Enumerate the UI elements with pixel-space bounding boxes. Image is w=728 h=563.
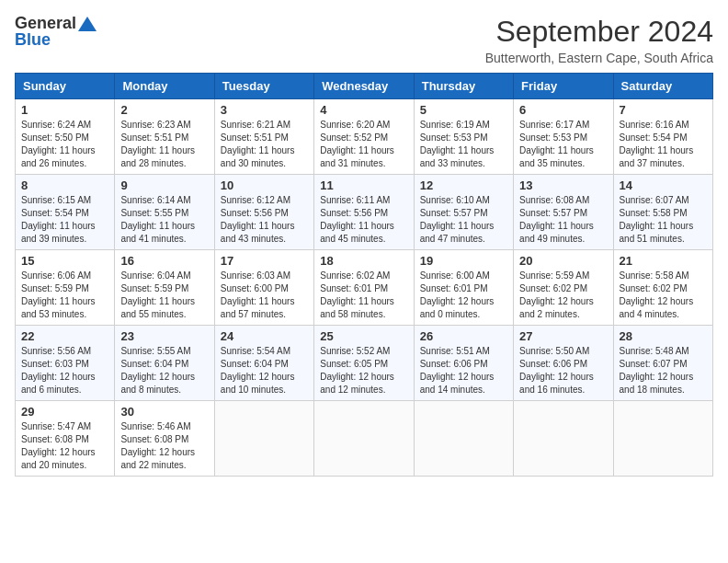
calendar-header-row: SundayMondayTuesdayWednesdayThursdayFrid… bbox=[16, 74, 713, 99]
calendar-cell bbox=[613, 401, 712, 477]
day-number: 15 bbox=[21, 254, 108, 268]
day-info: Sunrise: 6:02 AMSunset: 6:01 PMDaylight:… bbox=[320, 270, 407, 321]
calendar-cell bbox=[314, 401, 414, 477]
day-number: 13 bbox=[519, 178, 607, 192]
calendar-week-5: 29Sunrise: 5:47 AMSunset: 6:08 PMDayligh… bbox=[16, 401, 713, 477]
header-thursday: Thursday bbox=[414, 74, 513, 99]
calendar-cell: 15Sunrise: 6:06 AMSunset: 5:59 PMDayligh… bbox=[16, 250, 115, 326]
calendar-cell: 24Sunrise: 5:54 AMSunset: 6:04 PMDayligh… bbox=[214, 326, 313, 401]
calendar-cell bbox=[514, 401, 613, 477]
calendar-cell bbox=[214, 401, 313, 477]
day-info: Sunrise: 6:06 AMSunset: 5:59 PMDaylight:… bbox=[21, 270, 108, 321]
day-info: Sunrise: 6:11 AMSunset: 5:56 PMDaylight:… bbox=[320, 194, 407, 246]
page-header: General Blue September 2024 Butterworth,… bbox=[15, 15, 713, 65]
day-number: 30 bbox=[120, 405, 208, 419]
svg-marker-0 bbox=[78, 17, 97, 31]
day-info: Sunrise: 6:17 AMSunset: 5:53 PMDaylight:… bbox=[519, 119, 607, 170]
calendar-cell: 4Sunrise: 6:20 AMSunset: 5:52 PMDaylight… bbox=[314, 99, 414, 175]
calendar-week-4: 22Sunrise: 5:56 AMSunset: 6:03 PMDayligh… bbox=[16, 326, 713, 401]
day-info: Sunrise: 6:21 AMSunset: 5:51 PMDaylight:… bbox=[221, 119, 308, 170]
day-number: 19 bbox=[420, 254, 507, 268]
day-info: Sunrise: 5:58 AMSunset: 6:02 PMDaylight:… bbox=[620, 270, 707, 321]
day-number: 17 bbox=[221, 254, 308, 268]
day-info: Sunrise: 5:48 AMSunset: 6:07 PMDaylight:… bbox=[620, 345, 707, 396]
calendar-cell: 2Sunrise: 6:23 AMSunset: 5:51 PMDaylight… bbox=[115, 99, 214, 175]
calendar-cell: 28Sunrise: 5:48 AMSunset: 6:07 PMDayligh… bbox=[613, 326, 712, 401]
header-sunday: Sunday bbox=[16, 74, 115, 99]
header-wednesday: Wednesday bbox=[314, 74, 414, 99]
day-info: Sunrise: 6:16 AMSunset: 5:54 PMDaylight:… bbox=[620, 119, 707, 170]
day-info: Sunrise: 6:03 AMSunset: 6:00 PMDaylight:… bbox=[221, 270, 308, 321]
calendar-cell: 1Sunrise: 6:24 AMSunset: 5:50 PMDaylight… bbox=[16, 99, 115, 175]
day-info: Sunrise: 6:14 AMSunset: 5:55 PMDaylight:… bbox=[120, 194, 208, 246]
day-number: 28 bbox=[620, 329, 707, 343]
day-info: Sunrise: 5:59 AMSunset: 6:02 PMDaylight:… bbox=[519, 270, 607, 321]
day-info: Sunrise: 5:50 AMSunset: 6:06 PMDaylight:… bbox=[519, 345, 607, 396]
calendar-cell: 3Sunrise: 6:21 AMSunset: 5:51 PMDaylight… bbox=[214, 99, 313, 175]
day-number: 16 bbox=[120, 254, 208, 268]
day-number: 10 bbox=[221, 178, 308, 192]
calendar-cell: 22Sunrise: 5:56 AMSunset: 6:03 PMDayligh… bbox=[16, 326, 115, 401]
day-info: Sunrise: 6:08 AMSunset: 5:57 PMDaylight:… bbox=[519, 194, 607, 246]
day-info: Sunrise: 6:00 AMSunset: 6:01 PMDaylight:… bbox=[420, 270, 507, 321]
calendar-cell: 14Sunrise: 6:07 AMSunset: 5:58 PMDayligh… bbox=[613, 175, 712, 250]
calendar-cell: 10Sunrise: 6:12 AMSunset: 5:56 PMDayligh… bbox=[214, 175, 313, 250]
calendar-cell: 26Sunrise: 5:51 AMSunset: 6:06 PMDayligh… bbox=[414, 326, 513, 401]
day-number: 6 bbox=[519, 103, 607, 117]
title-area: September 2024 Butterworth, Eastern Cape… bbox=[485, 15, 713, 65]
calendar-week-2: 8Sunrise: 6:15 AMSunset: 5:54 PMDaylight… bbox=[16, 175, 713, 250]
calendar-cell: 25Sunrise: 5:52 AMSunset: 6:05 PMDayligh… bbox=[314, 326, 414, 401]
calendar-cell: 30Sunrise: 5:46 AMSunset: 6:08 PMDayligh… bbox=[115, 401, 214, 477]
day-info: Sunrise: 5:46 AMSunset: 6:08 PMDaylight:… bbox=[120, 420, 208, 472]
day-number: 25 bbox=[320, 329, 407, 343]
header-friday: Friday bbox=[514, 74, 613, 99]
day-info: Sunrise: 6:07 AMSunset: 5:58 PMDaylight:… bbox=[620, 194, 707, 246]
calendar-cell: 12Sunrise: 6:10 AMSunset: 5:57 PMDayligh… bbox=[414, 175, 513, 250]
calendar-cell: 11Sunrise: 6:11 AMSunset: 5:56 PMDayligh… bbox=[314, 175, 414, 250]
day-number: 2 bbox=[120, 103, 208, 117]
day-info: Sunrise: 6:23 AMSunset: 5:51 PMDaylight:… bbox=[120, 119, 208, 170]
calendar-cell: 9Sunrise: 6:14 AMSunset: 5:55 PMDaylight… bbox=[115, 175, 214, 250]
calendar-cell: 6Sunrise: 6:17 AMSunset: 5:53 PMDaylight… bbox=[514, 99, 613, 175]
day-number: 23 bbox=[120, 329, 208, 343]
day-number: 21 bbox=[620, 254, 707, 268]
calendar-cell: 5Sunrise: 6:19 AMSunset: 5:53 PMDaylight… bbox=[414, 99, 513, 175]
day-number: 8 bbox=[21, 178, 108, 192]
day-info: Sunrise: 5:54 AMSunset: 6:04 PMDaylight:… bbox=[221, 345, 308, 396]
day-number: 20 bbox=[519, 254, 607, 268]
day-info: Sunrise: 5:56 AMSunset: 6:03 PMDaylight:… bbox=[21, 345, 108, 396]
day-info: Sunrise: 5:47 AMSunset: 6:08 PMDaylight:… bbox=[21, 420, 108, 472]
header-saturday: Saturday bbox=[613, 74, 712, 99]
calendar-cell: 29Sunrise: 5:47 AMSunset: 6:08 PMDayligh… bbox=[16, 401, 115, 477]
calendar-cell: 16Sunrise: 6:04 AMSunset: 5:59 PMDayligh… bbox=[115, 250, 214, 326]
calendar-cell: 23Sunrise: 5:55 AMSunset: 6:04 PMDayligh… bbox=[115, 326, 214, 401]
logo-blue-text: Blue bbox=[15, 31, 51, 50]
calendar-cell: 18Sunrise: 6:02 AMSunset: 6:01 PMDayligh… bbox=[314, 250, 414, 326]
day-number: 9 bbox=[120, 178, 208, 192]
day-number: 1 bbox=[21, 103, 108, 117]
calendar-cell: 7Sunrise: 6:16 AMSunset: 5:54 PMDaylight… bbox=[613, 99, 712, 175]
day-number: 26 bbox=[420, 329, 507, 343]
day-info: Sunrise: 6:12 AMSunset: 5:56 PMDaylight:… bbox=[221, 194, 308, 246]
month-title: September 2024 bbox=[485, 15, 713, 49]
day-info: Sunrise: 6:15 AMSunset: 5:54 PMDaylight:… bbox=[21, 194, 108, 246]
day-info: Sunrise: 5:51 AMSunset: 6:06 PMDaylight:… bbox=[420, 345, 507, 396]
day-number: 5 bbox=[420, 103, 507, 117]
day-number: 7 bbox=[620, 103, 707, 117]
logo-icon bbox=[78, 17, 97, 31]
calendar-cell: 17Sunrise: 6:03 AMSunset: 6:00 PMDayligh… bbox=[214, 250, 313, 326]
calendar-week-1: 1Sunrise: 6:24 AMSunset: 5:50 PMDaylight… bbox=[16, 99, 713, 175]
calendar-cell bbox=[414, 401, 513, 477]
day-info: Sunrise: 6:10 AMSunset: 5:57 PMDaylight:… bbox=[420, 194, 507, 246]
calendar-cell: 19Sunrise: 6:00 AMSunset: 6:01 PMDayligh… bbox=[414, 250, 513, 326]
day-number: 29 bbox=[21, 405, 108, 419]
day-number: 18 bbox=[320, 254, 407, 268]
day-number: 4 bbox=[320, 103, 407, 117]
day-number: 3 bbox=[221, 103, 308, 117]
calendar-cell: 20Sunrise: 5:59 AMSunset: 6:02 PMDayligh… bbox=[514, 250, 613, 326]
calendar-week-3: 15Sunrise: 6:06 AMSunset: 5:59 PMDayligh… bbox=[16, 250, 713, 326]
location-subtitle: Butterworth, Eastern Cape, South Africa bbox=[485, 51, 713, 65]
day-info: Sunrise: 5:52 AMSunset: 6:05 PMDaylight:… bbox=[320, 345, 407, 396]
day-number: 11 bbox=[320, 178, 407, 192]
day-info: Sunrise: 6:24 AMSunset: 5:50 PMDaylight:… bbox=[21, 119, 108, 170]
